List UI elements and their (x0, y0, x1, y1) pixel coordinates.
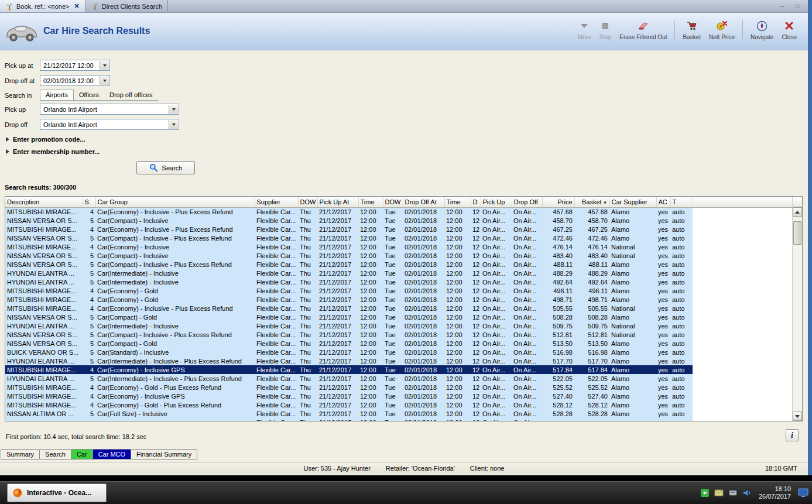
table-row[interactable]: HYUNDAI ELANTRA ...5Car(Intermediate) - … (5, 321, 793, 330)
dropoff-location-select[interactable]: Orlando Intl Airport (40, 119, 179, 130)
scroll-thumb[interactable] (793, 221, 801, 245)
tab-car-mco[interactable]: Car MCO (92, 449, 131, 460)
cell: Tue (383, 242, 403, 251)
table-row[interactable]: HYUNDAI ELANTRA ...5Car(Intermediate) - … (5, 277, 793, 286)
more-button[interactable]: More (574, 18, 595, 42)
table-row[interactable]: NISSAN VERSA OR S...5Car(Compact) - Incl… (5, 251, 793, 260)
column-header-price-13[interactable]: Price (542, 197, 574, 207)
cell: Tue (383, 216, 403, 225)
table-row[interactable]: HYUNDAI ELANTRA ...5Car(Intermediate) - … (5, 374, 793, 383)
table-row[interactable]: MITSUBISHI MIRAGE...4Car(Economy) - Gold… (5, 400, 793, 409)
dropdown-arrow-icon[interactable] (169, 105, 178, 114)
membership-number-expander[interactable]: Enter membership number... (6, 148, 100, 155)
basket-button[interactable]: Basket (679, 18, 705, 42)
tab-financial-summary[interactable]: Financial Summary (131, 449, 197, 460)
table-row[interactable]: MITSUBISHI MIRAGE...4Car(Economy) - Gold… (5, 295, 793, 304)
table-row[interactable]: NISSAN ALTIMA OR ...5Car(Full Size) - In… (5, 409, 793, 418)
table-row[interactable]: MITSUBISHI MIRAGE...4Car(Economy) - Incl… (5, 365, 793, 374)
column-header-pick-up-11[interactable]: Pick Up (481, 197, 512, 207)
table-row[interactable]: NISSAN VERSA OR S...5Car(Compact) - Incl… (5, 260, 793, 269)
column-header-drop-off-at-8[interactable]: Drop Off At (403, 197, 444, 207)
table-row[interactable]: MITSUBISHI MIRAGE...4Car(Economy) - Incl… (5, 225, 793, 234)
tab-search[interactable]: Search (39, 449, 71, 460)
column-header-car-group-2[interactable]: Car Group (95, 197, 255, 207)
minimize-button[interactable]: ─ (777, 3, 787, 9)
column-header-description-0[interactable]: Description (5, 197, 83, 207)
column-header-basket-14[interactable]: Basket▼ (574, 197, 609, 207)
column-header-dow-4[interactable]: DOW (298, 197, 317, 207)
tray-mail-icon[interactable] (714, 488, 724, 498)
search-in-tab-offices[interactable]: Offices (74, 90, 104, 100)
tab-direct-clients-search[interactable]: Direct Clients Search (85, 0, 168, 12)
column-header-dow-7[interactable]: DOW (383, 197, 403, 207)
column-header-supplier-3[interactable]: Supplier (255, 197, 298, 207)
column-header-car-supplier-15[interactable]: Car Supplier (609, 197, 656, 207)
search-in-tab-dropoff-offices[interactable]: Drop off offices (104, 90, 158, 100)
mdi-tabbar: Book. ref.: <none> ✕ Direct Clients Sear… (0, 0, 808, 13)
close-button[interactable]: Close (777, 18, 801, 42)
tray-volume-icon[interactable] (742, 488, 752, 498)
cell: HYUNDAI ELANTRA ... (5, 356, 83, 365)
tab-booking-ref[interactable]: Book. ref.: <none> ✕ (0, 0, 85, 12)
column-header-pick-up-at-5[interactable]: Pick Up At (317, 197, 358, 207)
close-tab-icon[interactable]: ✕ (74, 2, 80, 10)
table-row[interactable]: NISSAN VERSA OR S...5Car(Compact) - Gold… (5, 339, 793, 348)
table-row[interactable]: HYUNDAI ELANTRA ...5Car(Intermediate) - … (5, 269, 793, 277)
column-header-t-17[interactable]: T (670, 197, 693, 207)
column-header-time-9[interactable]: Time (444, 197, 471, 207)
table-row[interactable]: Flexible Car...Thu21/12/201712:00Tue02/0… (5, 418, 793, 421)
erase-filtered-out-button[interactable]: Erase Filtered Out (615, 18, 671, 42)
table-row[interactable]: MITSUBISHI MIRAGE...4Car(Economy) - Gold… (5, 286, 793, 295)
cell: On Air... (481, 383, 512, 392)
table-row[interactable]: MITSUBISHI MIRAGE...4Car(Economy) - Incl… (5, 207, 793, 216)
promo-code-expander[interactable]: Enter promotion code... (6, 136, 85, 143)
cell: 5 (83, 321, 95, 330)
table-row[interactable]: MITSUBISHI MIRAGE...4Car(Economy) - Incl… (5, 304, 793, 313)
scroll-down-button[interactable] (793, 412, 802, 421)
dropdown-arrow-icon[interactable] (169, 120, 178, 129)
table-row[interactable]: MITSUBISHI MIRAGE...4Car(Economy) - Incl… (5, 392, 793, 400)
tab-car[interactable]: Car (71, 449, 93, 460)
column-header-d-10[interactable]: D (471, 197, 481, 207)
eraser-icon (638, 19, 649, 33)
table-row[interactable]: NISSAN VERSA OR S...5Car(Compact) - Incl… (5, 216, 793, 225)
info-button[interactable]: i (786, 429, 799, 441)
cell: Flexible Car... (255, 339, 298, 348)
column-header-s-1[interactable]: S (83, 197, 95, 207)
tray-display-icon[interactable] (798, 488, 808, 498)
table-row[interactable]: HYUNDAI ELANTRA ...5Car(Intermediate) - … (5, 356, 793, 365)
cell: Tue (383, 321, 403, 330)
search-button[interactable]: Search (136, 161, 195, 174)
cell: 492.64 (574, 277, 609, 286)
table-row[interactable]: NISSAN VERSA OR S...5Car(Compact) - Incl… (5, 234, 793, 242)
scroll-up-button[interactable] (793, 207, 802, 217)
nett-price-button[interactable]: $ Nett Price (705, 18, 739, 42)
statusbar: User: 535 - Ajay Hunter Retailer: 'Ocean… (0, 462, 808, 474)
table-row[interactable]: MITSUBISHI MIRAGE...4Car(Economy) - Incl… (5, 242, 793, 251)
table-row[interactable]: MITSUBISHI MIRAGE...4Car(Economy) - Gold… (5, 383, 793, 392)
table-row[interactable]: NISSAN VERSA OR S...5Car(Compact) - Gold… (5, 313, 793, 321)
tray-app-icon[interactable] (700, 488, 710, 498)
table-row[interactable]: NISSAN VERSA OR S...5Car(Compact) - Incl… (5, 330, 793, 339)
search-in-tab-airports[interactable]: Airports (40, 90, 74, 100)
stop-button[interactable]: Stop (595, 18, 616, 42)
table-row[interactable]: BUICK VERANO OR S...5Car(Standard) - Inc… (5, 348, 793, 356)
pickup-at-select[interactable]: 21/12/2017 12:00 (40, 60, 110, 71)
maximize-button[interactable]: □ (793, 3, 802, 9)
task-button-interactive[interactable]: Interactive - Ocea... (7, 484, 107, 502)
column-header-time-6[interactable]: Time (358, 197, 383, 207)
dropoff-at-select[interactable]: 02/01/2018 12:00 (40, 75, 110, 86)
dropdown-arrow-icon[interactable] (100, 61, 109, 70)
tray-device-icon[interactable] (728, 488, 738, 498)
cell: 12:00 (444, 339, 471, 348)
column-header-drop-off-12[interactable]: Drop Off (512, 197, 542, 207)
column-header-ac-16[interactable]: AC (656, 197, 670, 207)
dropdown-arrow-icon[interactable] (100, 76, 109, 85)
taskbar-clock[interactable]: 18:10 26/07/2017 (756, 485, 793, 500)
cell: MITSUBISHI MIRAGE... (5, 242, 83, 251)
navigate-button[interactable]: Navigate (746, 18, 777, 42)
pickup-location-select[interactable]: Orlando Intl Airport (40, 104, 179, 115)
cell: Tue (383, 330, 403, 339)
vertical-scrollbar[interactable] (792, 207, 802, 421)
tab-summary[interactable]: Summary (1, 449, 40, 460)
